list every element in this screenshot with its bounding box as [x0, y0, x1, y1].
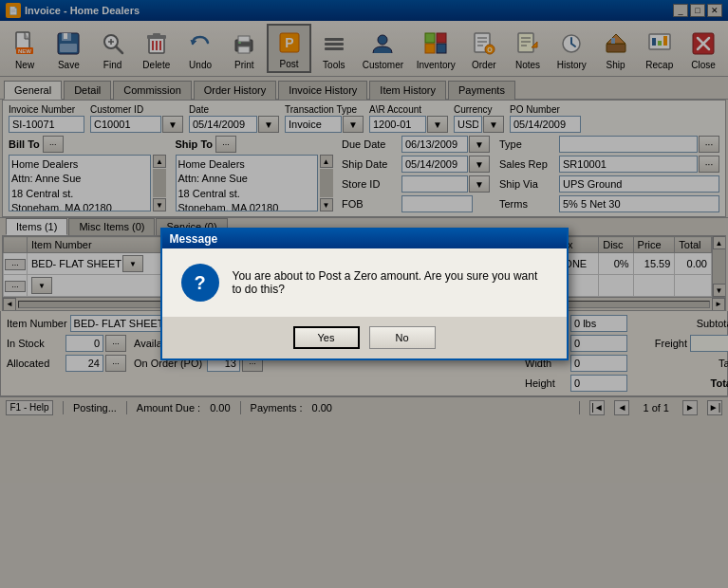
modal-question-icon: ? [181, 264, 219, 302]
modal-overlay: Message ? You are about to Post a Zero a… [0, 0, 728, 588]
modal-title-text: Message [170, 232, 218, 246]
message-dialog: Message ? You are about to Post a Zero a… [160, 228, 569, 360]
modal-no-button[interactable]: No [369, 326, 436, 349]
modal-title-bar: Message [162, 230, 567, 248]
modal-buttons: Yes No [162, 317, 567, 358]
modal-message-text: You are about to Post a Zero amount. Are… [233, 269, 548, 296]
modal-body: ? You are about to Post a Zero amount. A… [162, 248, 567, 317]
modal-yes-button[interactable]: Yes [293, 326, 360, 349]
